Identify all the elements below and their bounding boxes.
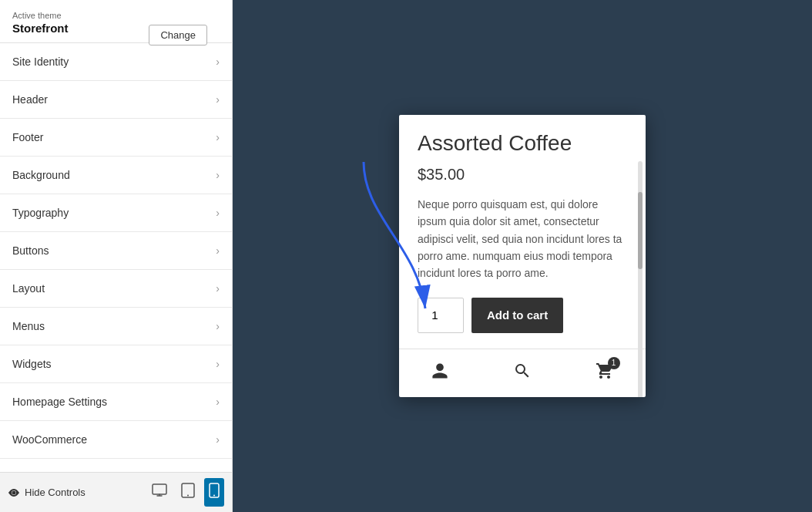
- sidebar-item-site-identity[interactable]: Site Identity ›: [0, 43, 232, 81]
- product-card-content: Assorted Coffee $35.00 Neque porro quisq…: [399, 115, 646, 349]
- sidebar-item-label: Background: [12, 169, 70, 181]
- sidebar-item-buttons[interactable]: Buttons ›: [0, 232, 232, 270]
- svg-rect-1: [153, 484, 166, 494]
- desktop-view-button[interactable]: [147, 478, 172, 507]
- sidebar-item-additional-css[interactable]: Additional CSS ›: [0, 459, 232, 472]
- chevron-right-icon: ›: [216, 131, 220, 143]
- sidebar-item-label: Homepage Settings: [12, 396, 107, 408]
- product-card-footer: 1: [399, 349, 646, 397]
- sidebar-item-background[interactable]: Background ›: [0, 157, 232, 194]
- tablet-icon: [181, 483, 195, 498]
- sidebar-item-label: Menus: [12, 320, 45, 332]
- search-icon[interactable]: [513, 362, 532, 385]
- mobile-icon: [209, 483, 220, 498]
- sidebar-header: Active theme Storefront Change: [0, 0, 232, 43]
- sidebar-item-label: Footer: [12, 131, 43, 143]
- quantity-input[interactable]: [418, 298, 464, 333]
- sidebar-item-label: Typography: [12, 207, 69, 219]
- add-to-cart-button[interactable]: Add to cart: [471, 298, 563, 333]
- chevron-right-icon: ›: [216, 244, 220, 257]
- chevron-right-icon: ›: [216, 56, 220, 68]
- sidebar-item-typography[interactable]: Typography ›: [0, 194, 232, 232]
- product-card: Assorted Coffee $35.00 Neque porro quisq…: [399, 115, 646, 397]
- sidebar-item-label: Widgets: [12, 358, 52, 370]
- sidebar: Active theme Storefront Change Site Iden…: [0, 0, 233, 512]
- hide-controls-label: Hide Controls: [25, 487, 86, 498]
- add-to-cart-row: Add to cart: [418, 298, 627, 333]
- sidebar-nav: Site Identity › Header › Footer › Backgr…: [0, 43, 232, 472]
- sidebar-item-menus[interactable]: Menus ›: [0, 308, 232, 345]
- mobile-view-button[interactable]: [204, 478, 224, 507]
- scrollbar-thumb: [638, 192, 643, 269]
- sidebar-footer: Hide Controls: [0, 472, 232, 512]
- chevron-right-icon: ›: [216, 207, 220, 219]
- sidebar-item-layout[interactable]: Layout ›: [0, 270, 232, 308]
- chevron-right-icon: ›: [216, 358, 220, 370]
- chevron-right-icon: ›: [216, 282, 220, 295]
- sidebar-item-label: Buttons: [12, 244, 49, 257]
- account-icon[interactable]: [431, 362, 449, 385]
- chevron-right-icon: ›: [216, 320, 220, 332]
- product-price: $35.00: [418, 166, 627, 184]
- cart-badge: 1: [608, 357, 620, 369]
- chevron-right-icon: ›: [216, 169, 220, 181]
- sidebar-item-label: Site Identity: [12, 56, 69, 68]
- sidebar-item-woocommerce[interactable]: WooCommerce ›: [0, 421, 232, 459]
- eye-icon: [8, 487, 20, 499]
- sidebar-item-label: WooCommerce: [12, 433, 87, 446]
- main-preview: Assorted Coffee $35.00 Neque porro quisq…: [233, 0, 812, 512]
- product-title: Assorted Coffee: [418, 130, 627, 157]
- svg-point-0: [12, 490, 16, 494]
- desktop-icon: [152, 483, 167, 498]
- product-description: Neque porro quisquam est, qui dolore ips…: [418, 196, 627, 282]
- svg-point-3: [187, 495, 189, 497]
- theme-name: Storefront: [12, 22, 69, 35]
- sidebar-item-footer[interactable]: Footer ›: [0, 119, 232, 157]
- chevron-right-icon: ›: [216, 433, 220, 446]
- sidebar-item-homepage-settings[interactable]: Homepage Settings ›: [0, 383, 232, 421]
- chevron-right-icon: ›: [216, 396, 220, 408]
- scrollbar[interactable]: [638, 161, 643, 397]
- change-theme-button[interactable]: Change: [149, 25, 207, 45]
- active-theme-label: Active theme: [12, 11, 69, 20]
- cart-icon[interactable]: 1: [596, 362, 614, 385]
- tablet-view-button[interactable]: [176, 478, 200, 507]
- sidebar-item-label: Layout: [12, 282, 45, 295]
- svg-point-5: [213, 495, 215, 497]
- hide-controls-button[interactable]: Hide Controls: [8, 487, 143, 499]
- sidebar-item-widgets[interactable]: Widgets ›: [0, 345, 232, 383]
- sidebar-item-label: Header: [12, 93, 48, 106]
- chevron-right-icon: ›: [216, 93, 220, 106]
- sidebar-item-header[interactable]: Header ›: [0, 81, 232, 119]
